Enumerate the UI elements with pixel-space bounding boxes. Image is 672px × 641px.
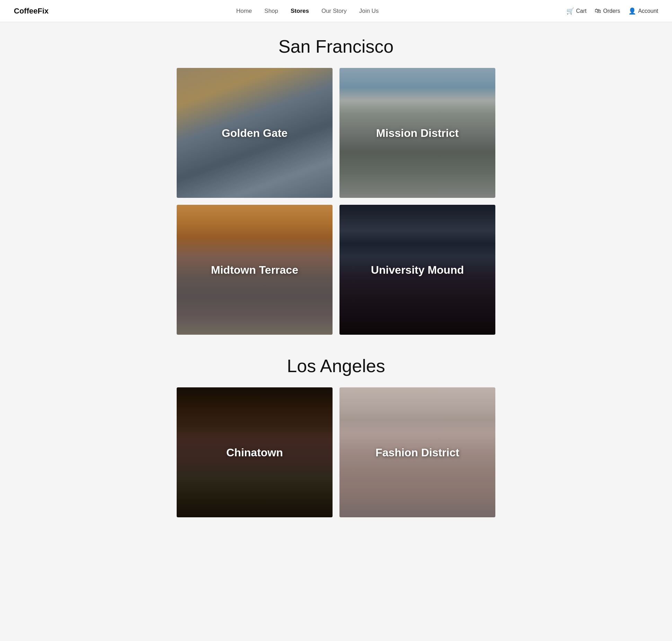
nav-link-shop[interactable]: Shop [264,8,278,14]
store-card-university-mound[interactable]: University Mound [339,205,495,335]
cart-label: Cart [576,8,586,14]
store-card-midtown-terrace[interactable]: Midtown Terrace [177,205,333,335]
orders-icon: 🛍 [595,7,601,15]
store-overlay-university-mound: University Mound [339,205,495,335]
city-section-san-francisco: San FranciscoGolden GateMission District… [177,36,495,335]
store-name-chinatown: Chinatown [221,446,289,459]
nav-link-stores[interactable]: Stores [291,8,309,14]
nav-actions: 🛒Cart🛍Orders👤Account [566,7,658,15]
main-content: San FranciscoGolden GateMission District… [170,22,502,566]
cart-icon: 🛒 [566,7,574,15]
nav-link-join-us[interactable]: Join Us [359,8,379,14]
store-name-golden-gate: Golden Gate [216,126,293,140]
store-grid-los-angeles: ChinatownFashion District [177,387,495,517]
nav-link-our-story[interactable]: Our Story [321,8,347,14]
store-overlay-midtown-terrace: Midtown Terrace [177,205,333,335]
store-name-fashion-district: Fashion District [370,446,465,459]
nav-action-orders[interactable]: 🛍Orders [595,7,620,15]
nav-links: HomeShopStoresOur StoryJoin Us [236,8,379,15]
store-name-mission-district: Mission District [371,126,464,140]
account-label: Account [638,8,658,14]
city-title-los-angeles: Los Angeles [177,355,495,376]
navbar: CoffeeFix HomeShopStoresOur StoryJoin Us… [0,0,672,22]
brand-logo[interactable]: CoffeeFix [14,7,48,16]
store-card-fashion-district[interactable]: Fashion District [339,387,495,517]
store-overlay-golden-gate: Golden Gate [177,68,333,198]
city-section-los-angeles: Los AngelesChinatownFashion District [177,355,495,517]
store-name-midtown-terrace: Midtown Terrace [205,263,304,277]
store-name-university-mound: University Mound [365,263,469,277]
store-grid-san-francisco: Golden GateMission DistrictMidtown Terra… [177,68,495,335]
store-overlay-fashion-district: Fashion District [339,387,495,517]
orders-label: Orders [603,8,620,14]
nav-link-home[interactable]: Home [236,8,252,14]
city-title-san-francisco: San Francisco [177,36,495,57]
nav-action-cart[interactable]: 🛒Cart [566,7,586,15]
store-overlay-mission-district: Mission District [339,68,495,198]
store-card-mission-district[interactable]: Mission District [339,68,495,198]
store-card-chinatown[interactable]: Chinatown [177,387,333,517]
nav-action-account[interactable]: 👤Account [628,7,658,15]
account-icon: 👤 [628,7,636,15]
store-card-golden-gate[interactable]: Golden Gate [177,68,333,198]
store-overlay-chinatown: Chinatown [177,387,333,517]
